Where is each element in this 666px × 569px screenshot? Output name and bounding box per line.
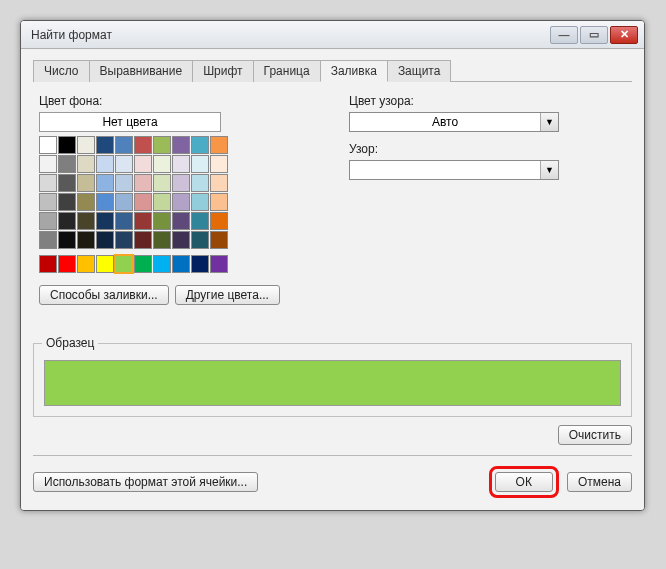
- color-swatch[interactable]: [153, 255, 171, 273]
- more-colors-button[interactable]: Другие цвета...: [175, 285, 280, 305]
- color-swatch[interactable]: [134, 231, 152, 249]
- color-swatch[interactable]: [191, 136, 209, 154]
- color-swatch[interactable]: [172, 231, 190, 249]
- pattern-color-combo[interactable]: Авто ▼: [349, 112, 559, 132]
- color-swatch[interactable]: [77, 193, 95, 211]
- tab-protection[interactable]: Защита: [387, 60, 452, 82]
- color-swatch[interactable]: [115, 231, 133, 249]
- color-swatch[interactable]: [172, 174, 190, 192]
- dialog-window: Найти формат — ▭ ✕ Число Выравнивание Шр…: [20, 20, 645, 511]
- chevron-down-icon: ▼: [540, 161, 558, 179]
- color-swatch[interactable]: [153, 174, 171, 192]
- color-swatch[interactable]: [115, 174, 133, 192]
- color-swatch[interactable]: [210, 193, 228, 211]
- fill-panel: Цвет фона: Нет цвета Способы заливки... …: [33, 82, 632, 313]
- color-swatch[interactable]: [115, 212, 133, 230]
- color-swatch[interactable]: [210, 155, 228, 173]
- color-swatch[interactable]: [58, 231, 76, 249]
- fill-effects-button[interactable]: Способы заливки...: [39, 285, 169, 305]
- color-swatch[interactable]: [210, 255, 228, 273]
- color-swatch[interactable]: [172, 136, 190, 154]
- clear-button[interactable]: Очистить: [558, 425, 632, 445]
- color-swatch[interactable]: [191, 212, 209, 230]
- color-swatch[interactable]: [96, 136, 114, 154]
- no-color-button[interactable]: Нет цвета: [39, 112, 221, 132]
- use-cell-format-button[interactable]: Использовать формат этой ячейки...: [33, 472, 258, 492]
- color-swatch[interactable]: [115, 255, 133, 273]
- color-swatch[interactable]: [172, 255, 190, 273]
- color-swatch[interactable]: [134, 155, 152, 173]
- color-swatch[interactable]: [191, 155, 209, 173]
- color-swatch[interactable]: [210, 212, 228, 230]
- color-swatch[interactable]: [191, 255, 209, 273]
- color-swatch[interactable]: [172, 155, 190, 173]
- tab-number[interactable]: Число: [33, 60, 90, 82]
- color-buttons-row: Способы заливки... Другие цвета...: [39, 285, 319, 305]
- color-swatch[interactable]: [191, 231, 209, 249]
- color-swatch[interactable]: [210, 174, 228, 192]
- color-swatch[interactable]: [115, 193, 133, 211]
- pattern-section: Цвет узора: Авто ▼ Узор: ▼: [349, 94, 626, 305]
- color-swatch[interactable]: [58, 155, 76, 173]
- color-swatch[interactable]: [77, 212, 95, 230]
- color-swatch[interactable]: [96, 174, 114, 192]
- color-swatch[interactable]: [172, 193, 190, 211]
- color-swatch[interactable]: [191, 174, 209, 192]
- color-swatch[interactable]: [77, 255, 95, 273]
- color-swatch[interactable]: [77, 174, 95, 192]
- color-swatch[interactable]: [115, 155, 133, 173]
- color-swatch[interactable]: [39, 231, 57, 249]
- color-swatch[interactable]: [153, 212, 171, 230]
- color-swatch[interactable]: [210, 231, 228, 249]
- color-swatch[interactable]: [77, 155, 95, 173]
- chevron-down-icon: ▼: [540, 113, 558, 131]
- color-swatch[interactable]: [153, 155, 171, 173]
- color-swatch[interactable]: [39, 212, 57, 230]
- tab-font[interactable]: Шрифт: [192, 60, 253, 82]
- color-swatch[interactable]: [39, 174, 57, 192]
- color-swatch[interactable]: [58, 193, 76, 211]
- color-swatch[interactable]: [77, 231, 95, 249]
- pattern-style-combo[interactable]: ▼: [349, 160, 559, 180]
- color-swatch[interactable]: [96, 193, 114, 211]
- titlebar[interactable]: Найти формат — ▭ ✕: [21, 21, 644, 49]
- tab-alignment[interactable]: Выравнивание: [89, 60, 194, 82]
- color-swatch[interactable]: [115, 136, 133, 154]
- color-swatch[interactable]: [58, 136, 76, 154]
- tab-border[interactable]: Граница: [253, 60, 321, 82]
- tab-strip: Число Выравнивание Шрифт Граница Заливка…: [33, 59, 632, 82]
- theme-color-grid: [39, 136, 319, 249]
- color-swatch[interactable]: [134, 255, 152, 273]
- pattern-style-label: Узор:: [349, 142, 626, 156]
- color-swatch[interactable]: [39, 155, 57, 173]
- tab-fill[interactable]: Заливка: [320, 60, 388, 82]
- cancel-button[interactable]: Отмена: [567, 472, 632, 492]
- color-swatch[interactable]: [134, 174, 152, 192]
- minimize-button[interactable]: —: [550, 26, 578, 44]
- color-swatch[interactable]: [58, 255, 76, 273]
- color-swatch[interactable]: [58, 174, 76, 192]
- color-swatch[interactable]: [191, 193, 209, 211]
- color-swatch[interactable]: [39, 136, 57, 154]
- color-swatch[interactable]: [210, 136, 228, 154]
- color-swatch[interactable]: [172, 212, 190, 230]
- ok-button[interactable]: ОК: [495, 472, 553, 492]
- preview-label: Образец: [42, 336, 98, 350]
- ok-highlight: ОК: [489, 466, 559, 498]
- color-swatch[interactable]: [39, 193, 57, 211]
- color-swatch[interactable]: [153, 136, 171, 154]
- color-swatch[interactable]: [77, 136, 95, 154]
- color-swatch[interactable]: [153, 231, 171, 249]
- color-swatch[interactable]: [134, 212, 152, 230]
- color-swatch[interactable]: [96, 212, 114, 230]
- close-button[interactable]: ✕: [610, 26, 638, 44]
- maximize-button[interactable]: ▭: [580, 26, 608, 44]
- color-swatch[interactable]: [134, 193, 152, 211]
- color-swatch[interactable]: [58, 212, 76, 230]
- color-swatch[interactable]: [96, 255, 114, 273]
- color-swatch[interactable]: [153, 193, 171, 211]
- color-swatch[interactable]: [134, 136, 152, 154]
- color-swatch[interactable]: [96, 155, 114, 173]
- color-swatch[interactable]: [39, 255, 57, 273]
- color-swatch[interactable]: [96, 231, 114, 249]
